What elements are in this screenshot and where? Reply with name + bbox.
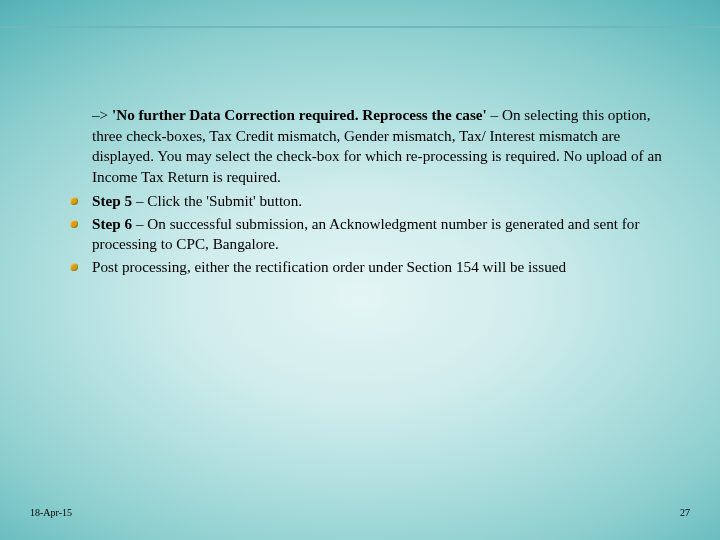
slide: –> 'No further Data Correction required.… [0, 0, 720, 540]
list-item: Post processing, either the rectificatio… [68, 257, 680, 278]
step-text: Post processing, either the rectificatio… [92, 258, 566, 275]
step-label: Step 6 [92, 215, 132, 232]
step-text: – Click the 'Submit' button. [132, 192, 302, 209]
list-item: Step 6 – On successful submission, an Ac… [68, 214, 680, 255]
footer-date: 18-Apr-15 [30, 507, 72, 518]
footer-page-number: 27 [680, 507, 690, 518]
step-text: – On successful submission, an Acknowled… [92, 215, 640, 253]
slide-content: –> 'No further Data Correction required.… [56, 105, 680, 279]
list-item: Step 5 – Click the 'Submit' button. [68, 191, 680, 212]
intro-paragraph: –> 'No further Data Correction required.… [92, 105, 680, 187]
step-label: Step 5 [92, 192, 132, 209]
bullet-list: Step 5 – Click the 'Submit' button. Step… [56, 191, 680, 277]
intro-bold: 'No further Data Correction required. Re… [112, 106, 487, 123]
intro-prefix: –> [92, 106, 112, 123]
decorative-top-line [0, 26, 720, 28]
